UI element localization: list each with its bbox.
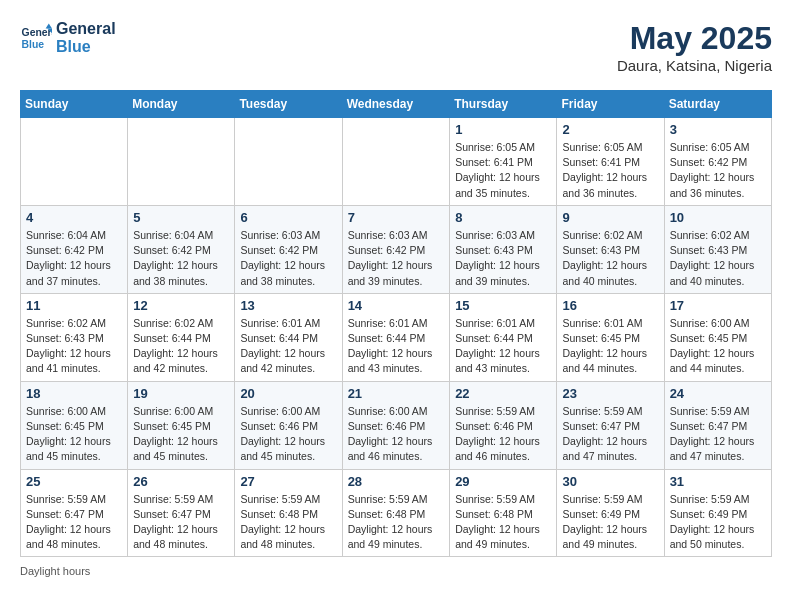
calendar-cell: 26Sunrise: 5:59 AMSunset: 6:47 PMDayligh… xyxy=(128,469,235,557)
day-number: 2 xyxy=(562,122,658,137)
day-number: 10 xyxy=(670,210,766,225)
day-number: 11 xyxy=(26,298,122,313)
calendar-cell: 2Sunrise: 6:05 AMSunset: 6:41 PMDaylight… xyxy=(557,118,664,206)
day-info: Sunrise: 6:00 AMSunset: 6:46 PMDaylight:… xyxy=(240,404,336,465)
calendar-cell: 8Sunrise: 6:03 AMSunset: 6:43 PMDaylight… xyxy=(450,205,557,293)
logo: General Blue General Blue xyxy=(20,20,116,55)
calendar-cell: 10Sunrise: 6:02 AMSunset: 6:43 PMDayligh… xyxy=(664,205,771,293)
day-info: Sunrise: 6:00 AMSunset: 6:45 PMDaylight:… xyxy=(133,404,229,465)
calendar-day-header: Tuesday xyxy=(235,91,342,118)
day-info: Sunrise: 6:05 AMSunset: 6:42 PMDaylight:… xyxy=(670,140,766,201)
month-title: May 2025 xyxy=(617,20,772,57)
day-info: Sunrise: 6:03 AMSunset: 6:42 PMDaylight:… xyxy=(240,228,336,289)
svg-text:General: General xyxy=(22,27,52,38)
calendar-cell: 14Sunrise: 6:01 AMSunset: 6:44 PMDayligh… xyxy=(342,293,450,381)
day-number: 7 xyxy=(348,210,445,225)
day-info: Sunrise: 5:59 AMSunset: 6:49 PMDaylight:… xyxy=(670,492,766,553)
day-info: Sunrise: 6:01 AMSunset: 6:45 PMDaylight:… xyxy=(562,316,658,377)
calendar-cell: 13Sunrise: 6:01 AMSunset: 6:44 PMDayligh… xyxy=(235,293,342,381)
day-info: Sunrise: 6:00 AMSunset: 6:45 PMDaylight:… xyxy=(670,316,766,377)
calendar-cell: 17Sunrise: 6:00 AMSunset: 6:45 PMDayligh… xyxy=(664,293,771,381)
day-number: 28 xyxy=(348,474,445,489)
calendar-cell: 6Sunrise: 6:03 AMSunset: 6:42 PMDaylight… xyxy=(235,205,342,293)
calendar-cell: 12Sunrise: 6:02 AMSunset: 6:44 PMDayligh… xyxy=(128,293,235,381)
day-number: 22 xyxy=(455,386,551,401)
day-info: Sunrise: 5:59 AMSunset: 6:47 PMDaylight:… xyxy=(133,492,229,553)
day-number: 19 xyxy=(133,386,229,401)
calendar-day-header: Saturday xyxy=(664,91,771,118)
day-number: 21 xyxy=(348,386,445,401)
footer-note: Daylight hours xyxy=(20,565,772,577)
calendar-table: SundayMondayTuesdayWednesdayThursdayFrid… xyxy=(20,90,772,557)
day-number: 17 xyxy=(670,298,766,313)
page-header: General Blue General Blue May 2025 Daura… xyxy=(20,20,772,74)
calendar-cell xyxy=(21,118,128,206)
day-number: 25 xyxy=(26,474,122,489)
calendar-day-header: Wednesday xyxy=(342,91,450,118)
day-number: 16 xyxy=(562,298,658,313)
calendar-week-row: 25Sunrise: 5:59 AMSunset: 6:47 PMDayligh… xyxy=(21,469,772,557)
day-info: Sunrise: 5:59 AMSunset: 6:48 PMDaylight:… xyxy=(348,492,445,553)
calendar-cell: 1Sunrise: 6:05 AMSunset: 6:41 PMDaylight… xyxy=(450,118,557,206)
location: Daura, Katsina, Nigeria xyxy=(617,57,772,74)
day-number: 14 xyxy=(348,298,445,313)
day-info: Sunrise: 6:04 AMSunset: 6:42 PMDaylight:… xyxy=(133,228,229,289)
calendar-cell: 20Sunrise: 6:00 AMSunset: 6:46 PMDayligh… xyxy=(235,381,342,469)
day-number: 12 xyxy=(133,298,229,313)
calendar-week-row: 4Sunrise: 6:04 AMSunset: 6:42 PMDaylight… xyxy=(21,205,772,293)
logo-blue: Blue xyxy=(56,38,116,56)
calendar-day-header: Friday xyxy=(557,91,664,118)
calendar-cell: 21Sunrise: 6:00 AMSunset: 6:46 PMDayligh… xyxy=(342,381,450,469)
footer-text: Daylight hours xyxy=(20,565,90,577)
day-info: Sunrise: 5:59 AMSunset: 6:47 PMDaylight:… xyxy=(670,404,766,465)
day-number: 6 xyxy=(240,210,336,225)
day-info: Sunrise: 5:59 AMSunset: 6:47 PMDaylight:… xyxy=(26,492,122,553)
calendar-day-header: Thursday xyxy=(450,91,557,118)
calendar-cell xyxy=(128,118,235,206)
calendar-cell: 3Sunrise: 6:05 AMSunset: 6:42 PMDaylight… xyxy=(664,118,771,206)
svg-text:Blue: Blue xyxy=(22,38,45,49)
day-number: 20 xyxy=(240,386,336,401)
day-info: Sunrise: 6:02 AMSunset: 6:43 PMDaylight:… xyxy=(562,228,658,289)
day-info: Sunrise: 6:05 AMSunset: 6:41 PMDaylight:… xyxy=(455,140,551,201)
day-number: 30 xyxy=(562,474,658,489)
calendar-cell: 27Sunrise: 5:59 AMSunset: 6:48 PMDayligh… xyxy=(235,469,342,557)
calendar-cell: 30Sunrise: 5:59 AMSunset: 6:49 PMDayligh… xyxy=(557,469,664,557)
calendar-cell: 7Sunrise: 6:03 AMSunset: 6:42 PMDaylight… xyxy=(342,205,450,293)
calendar-cell: 19Sunrise: 6:00 AMSunset: 6:45 PMDayligh… xyxy=(128,381,235,469)
day-info: Sunrise: 6:01 AMSunset: 6:44 PMDaylight:… xyxy=(348,316,445,377)
day-number: 26 xyxy=(133,474,229,489)
day-info: Sunrise: 6:03 AMSunset: 6:43 PMDaylight:… xyxy=(455,228,551,289)
calendar-cell: 15Sunrise: 6:01 AMSunset: 6:44 PMDayligh… xyxy=(450,293,557,381)
calendar-header-row: SundayMondayTuesdayWednesdayThursdayFrid… xyxy=(21,91,772,118)
day-info: Sunrise: 6:02 AMSunset: 6:44 PMDaylight:… xyxy=(133,316,229,377)
day-number: 18 xyxy=(26,386,122,401)
day-number: 13 xyxy=(240,298,336,313)
calendar-day-header: Sunday xyxy=(21,91,128,118)
calendar-cell: 5Sunrise: 6:04 AMSunset: 6:42 PMDaylight… xyxy=(128,205,235,293)
day-info: Sunrise: 5:59 AMSunset: 6:46 PMDaylight:… xyxy=(455,404,551,465)
day-number: 24 xyxy=(670,386,766,401)
svg-marker-2 xyxy=(46,23,52,28)
calendar-week-row: 18Sunrise: 6:00 AMSunset: 6:45 PMDayligh… xyxy=(21,381,772,469)
day-number: 23 xyxy=(562,386,658,401)
day-number: 15 xyxy=(455,298,551,313)
day-number: 29 xyxy=(455,474,551,489)
calendar-week-row: 11Sunrise: 6:02 AMSunset: 6:43 PMDayligh… xyxy=(21,293,772,381)
day-number: 4 xyxy=(26,210,122,225)
day-info: Sunrise: 6:00 AMSunset: 6:46 PMDaylight:… xyxy=(348,404,445,465)
calendar-cell: 4Sunrise: 6:04 AMSunset: 6:42 PMDaylight… xyxy=(21,205,128,293)
calendar-cell: 9Sunrise: 6:02 AMSunset: 6:43 PMDaylight… xyxy=(557,205,664,293)
calendar-cell xyxy=(342,118,450,206)
logo-icon: General Blue xyxy=(20,22,52,54)
day-number: 1 xyxy=(455,122,551,137)
day-info: Sunrise: 6:01 AMSunset: 6:44 PMDaylight:… xyxy=(455,316,551,377)
day-number: 5 xyxy=(133,210,229,225)
calendar-cell: 22Sunrise: 5:59 AMSunset: 6:46 PMDayligh… xyxy=(450,381,557,469)
day-info: Sunrise: 6:04 AMSunset: 6:42 PMDaylight:… xyxy=(26,228,122,289)
calendar-cell: 25Sunrise: 5:59 AMSunset: 6:47 PMDayligh… xyxy=(21,469,128,557)
calendar-cell xyxy=(235,118,342,206)
calendar-cell: 28Sunrise: 5:59 AMSunset: 6:48 PMDayligh… xyxy=(342,469,450,557)
calendar-cell: 31Sunrise: 5:59 AMSunset: 6:49 PMDayligh… xyxy=(664,469,771,557)
calendar-cell: 29Sunrise: 5:59 AMSunset: 6:48 PMDayligh… xyxy=(450,469,557,557)
